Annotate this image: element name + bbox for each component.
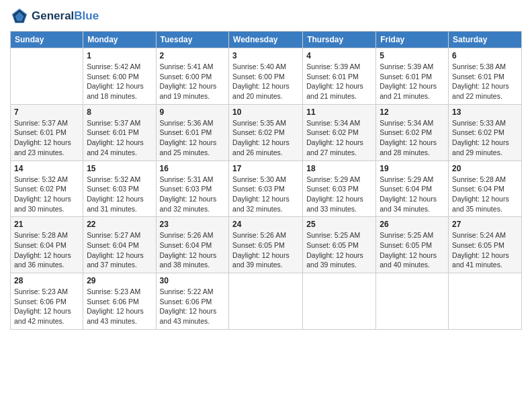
day-number: 17 [232,164,299,173]
day-info: Sunrise: 5:23 AM Sunset: 6:06 PM Dayligh… [87,287,152,326]
calendar-table: SundayMondayTuesdayWednesdayThursdayFrid… [10,31,522,330]
day-info: Sunrise: 5:40 AM Sunset: 6:00 PM Dayligh… [232,62,299,101]
day-info: Sunrise: 5:37 AM Sunset: 6:01 PM Dayligh… [87,118,152,158]
day-number: 22 [87,220,152,229]
day-info: Sunrise: 5:39 AM Sunset: 6:01 PM Dayligh… [380,62,445,101]
day-number: 26 [380,220,445,229]
calendar-cell: 11Sunrise: 5:34 AM Sunset: 6:02 PM Dayli… [303,104,376,161]
day-info: Sunrise: 5:37 AM Sunset: 6:01 PM Dayligh… [14,118,79,158]
day-info: Sunrise: 5:23 AM Sunset: 6:06 PM Dayligh… [14,287,79,326]
day-number: 27 [452,220,518,229]
weekday-header-row: SundayMondayTuesdayWednesdayThursdayFrid… [11,32,522,48]
day-info: Sunrise: 5:36 AM Sunset: 6:01 PM Dayligh… [160,118,226,158]
calendar-cell: 27Sunrise: 5:24 AM Sunset: 6:05 PM Dayli… [449,217,522,273]
day-number: 12 [380,107,445,117]
calendar-cell: 29Sunrise: 5:23 AM Sunset: 6:06 PM Dayli… [83,273,156,330]
calendar-cell: 13Sunrise: 5:33 AM Sunset: 6:02 PM Dayli… [449,104,522,161]
calendar-cell: 8Sunrise: 5:37 AM Sunset: 6:01 PM Daylig… [83,104,156,161]
calendar-cell [11,48,83,105]
day-info: Sunrise: 5:30 AM Sunset: 6:03 PM Dayligh… [232,175,299,214]
day-info: Sunrise: 5:41 AM Sunset: 6:00 PM Dayligh… [160,62,226,101]
day-info: Sunrise: 5:33 AM Sunset: 6:02 PM Dayligh… [452,118,518,158]
calendar-cell: 24Sunrise: 5:26 AM Sunset: 6:05 PM Dayli… [229,217,303,273]
day-number: 21 [14,220,79,229]
day-info: Sunrise: 5:27 AM Sunset: 6:04 PM Dayligh… [87,230,152,270]
day-info: Sunrise: 5:32 AM Sunset: 6:02 PM Dayligh… [14,175,79,214]
calendar-cell: 16Sunrise: 5:31 AM Sunset: 6:03 PM Dayli… [156,161,229,217]
day-number: 4 [306,51,372,60]
day-info: Sunrise: 5:28 AM Sunset: 6:04 PM Dayligh… [14,230,79,270]
day-number: 28 [14,276,79,285]
header: GeneralBlue [10,7,522,26]
logo-icon [10,7,29,26]
day-number: 30 [160,276,226,285]
calendar-cell: 14Sunrise: 5:32 AM Sunset: 6:02 PM Dayli… [11,161,83,217]
week-row-2: 7Sunrise: 5:37 AM Sunset: 6:01 PM Daylig… [11,104,522,161]
calendar-cell: 4Sunrise: 5:39 AM Sunset: 6:01 PM Daylig… [303,48,376,105]
weekday-monday: Monday [83,32,156,48]
calendar-cell: 26Sunrise: 5:25 AM Sunset: 6:05 PM Dayli… [376,217,449,273]
day-number: 8 [87,107,152,117]
page: GeneralBlue SundayMondayTuesdayWednesday… [0,0,532,411]
calendar-cell: 23Sunrise: 5:26 AM Sunset: 6:04 PM Dayli… [156,217,229,273]
day-number: 18 [306,164,372,173]
week-row-4: 21Sunrise: 5:28 AM Sunset: 6:04 PM Dayli… [11,217,522,273]
calendar-cell: 12Sunrise: 5:34 AM Sunset: 6:02 PM Dayli… [376,104,449,161]
day-info: Sunrise: 5:34 AM Sunset: 6:02 PM Dayligh… [306,118,372,158]
week-row-3: 14Sunrise: 5:32 AM Sunset: 6:02 PM Dayli… [11,161,522,217]
day-number: 16 [160,164,226,173]
day-number: 23 [160,220,226,229]
weekday-thursday: Thursday [303,32,376,48]
calendar-cell [303,273,376,330]
day-number: 15 [87,164,152,173]
day-number: 25 [306,220,372,229]
day-info: Sunrise: 5:39 AM Sunset: 6:01 PM Dayligh… [306,62,372,101]
day-info: Sunrise: 5:38 AM Sunset: 6:01 PM Dayligh… [452,62,518,101]
day-info: Sunrise: 5:29 AM Sunset: 6:03 PM Dayligh… [306,175,372,214]
calendar-cell: 6Sunrise: 5:38 AM Sunset: 6:01 PM Daylig… [449,48,522,105]
day-number: 13 [452,107,518,117]
calendar-cell: 17Sunrise: 5:30 AM Sunset: 6:03 PM Dayli… [229,161,303,217]
weekday-friday: Friday [376,32,449,48]
calendar-cell: 30Sunrise: 5:22 AM Sunset: 6:06 PM Dayli… [156,273,229,330]
calendar-cell [229,273,303,330]
day-info: Sunrise: 5:34 AM Sunset: 6:02 PM Dayligh… [380,118,445,158]
weekday-tuesday: Tuesday [156,32,229,48]
day-number: 11 [306,107,372,117]
week-row-5: 28Sunrise: 5:23 AM Sunset: 6:06 PM Dayli… [11,273,522,330]
weekday-saturday: Saturday [449,32,522,48]
day-number: 3 [232,51,299,60]
weekday-sunday: Sunday [11,32,83,48]
week-row-1: 1Sunrise: 5:42 AM Sunset: 6:00 PM Daylig… [11,48,522,105]
calendar-cell: 25Sunrise: 5:25 AM Sunset: 6:05 PM Dayli… [303,217,376,273]
day-info: Sunrise: 5:32 AM Sunset: 6:03 PM Dayligh… [87,175,152,214]
day-info: Sunrise: 5:22 AM Sunset: 6:06 PM Dayligh… [160,287,226,326]
calendar-cell: 19Sunrise: 5:29 AM Sunset: 6:04 PM Dayli… [376,161,449,217]
calendar-cell: 9Sunrise: 5:36 AM Sunset: 6:01 PM Daylig… [156,104,229,161]
calendar-cell: 28Sunrise: 5:23 AM Sunset: 6:06 PM Dayli… [11,273,83,330]
calendar-cell: 1Sunrise: 5:42 AM Sunset: 6:00 PM Daylig… [83,48,156,105]
day-number: 29 [87,276,152,285]
day-info: Sunrise: 5:25 AM Sunset: 6:05 PM Dayligh… [306,230,372,270]
calendar-cell: 5Sunrise: 5:39 AM Sunset: 6:01 PM Daylig… [376,48,449,105]
day-number: 1 [87,51,152,60]
calendar-cell: 2Sunrise: 5:41 AM Sunset: 6:00 PM Daylig… [156,48,229,105]
day-info: Sunrise: 5:28 AM Sunset: 6:04 PM Dayligh… [452,175,518,214]
weekday-wednesday: Wednesday [229,32,303,48]
calendar-cell [376,273,449,330]
calendar-cell: 7Sunrise: 5:37 AM Sunset: 6:01 PM Daylig… [11,104,83,161]
calendar-cell [449,273,522,330]
calendar-cell: 10Sunrise: 5:35 AM Sunset: 6:02 PM Dayli… [229,104,303,161]
day-number: 19 [380,164,445,173]
day-info: Sunrise: 5:26 AM Sunset: 6:05 PM Dayligh… [232,230,299,270]
day-number: 10 [232,107,299,117]
day-info: Sunrise: 5:26 AM Sunset: 6:04 PM Dayligh… [160,230,226,270]
calendar-cell: 22Sunrise: 5:27 AM Sunset: 6:04 PM Dayli… [83,217,156,273]
calendar-cell: 3Sunrise: 5:40 AM Sunset: 6:00 PM Daylig… [229,48,303,105]
day-number: 14 [14,164,79,173]
day-number: 7 [14,107,79,117]
logo-text: GeneralBlue [32,9,99,23]
day-info: Sunrise: 5:42 AM Sunset: 6:00 PM Dayligh… [87,62,152,101]
day-number: 24 [232,220,299,229]
calendar-cell: 20Sunrise: 5:28 AM Sunset: 6:04 PM Dayli… [449,161,522,217]
